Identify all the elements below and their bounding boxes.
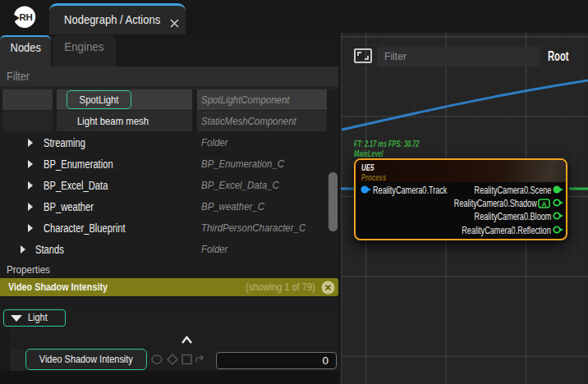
svg-text:A: A: [541, 199, 546, 208]
svg-text:RH: RH: [19, 12, 32, 22]
